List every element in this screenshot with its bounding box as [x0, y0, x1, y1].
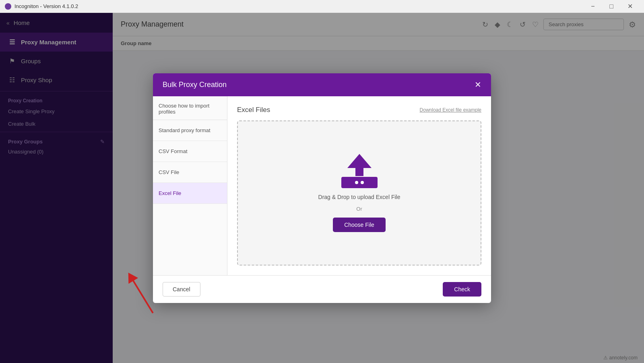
- upload-text: Drag & Drop to upload Excel File: [318, 194, 400, 200]
- close-button[interactable]: ✕: [621, 0, 639, 13]
- upload-tray: [341, 177, 378, 188]
- upload-arrow-stem: [355, 168, 363, 176]
- modal-overlay[interactable]: Bulk Proxy Creation ✕ Choose how to impo…: [0, 13, 644, 363]
- upload-dot-1: [355, 181, 358, 184]
- modal-header: Bulk Proxy Creation ✕: [153, 73, 491, 96]
- bulk-proxy-modal: Bulk Proxy Creation ✕ Choose how to impo…: [153, 73, 491, 303]
- download-excel-link[interactable]: Download Excel file example: [420, 107, 481, 113]
- modal-sidebar-header: Choose how to import profiles: [153, 96, 227, 120]
- upload-arrow-head: [347, 154, 372, 168]
- modal-option-csv-format[interactable]: CSV Format: [153, 141, 227, 162]
- upload-area[interactable]: Drag & Drop to upload Excel File Or Choo…: [237, 120, 481, 266]
- titlebar: Incogniton - Version 4.1.0.2 − □ ✕: [0, 0, 644, 13]
- modal-main: Excel Files Download Excel file example: [227, 96, 491, 275]
- check-button[interactable]: Check: [443, 282, 481, 297]
- app-title: Incogniton - Version 4.1.0.2: [14, 3, 78, 9]
- upload-dot-2: [361, 181, 364, 184]
- upload-icon: [341, 154, 378, 188]
- modal-sidebar: Choose how to import profiles Standard p…: [153, 96, 227, 275]
- svg-line-1: [131, 277, 153, 313]
- upload-or: Or: [356, 206, 362, 212]
- window-controls: − □ ✕: [584, 0, 639, 13]
- modal-option-csv-file[interactable]: CSV File: [153, 162, 227, 183]
- titlebar-left: Incogniton - Version 4.1.0.2: [5, 3, 78, 10]
- modal-main-header: Excel Files Download Excel file example: [237, 106, 481, 114]
- app-logo: [5, 3, 11, 10]
- minimize-button[interactable]: −: [584, 0, 602, 13]
- modal-option-standard[interactable]: Standard proxy format: [153, 120, 227, 141]
- modal-footer: Cancel Check: [153, 275, 491, 303]
- maximize-button[interactable]: □: [602, 0, 621, 13]
- choose-file-button[interactable]: Choose File: [333, 218, 386, 232]
- modal-section-title: Excel Files: [237, 106, 270, 114]
- modal-close-button[interactable]: ✕: [475, 81, 481, 89]
- modal-body: Choose how to import profiles Standard p…: [153, 96, 491, 275]
- modal-option-excel-file[interactable]: Excel File: [153, 183, 227, 204]
- cancel-button[interactable]: Cancel: [163, 282, 200, 297]
- modal-title: Bulk Proxy Creation: [163, 81, 227, 89]
